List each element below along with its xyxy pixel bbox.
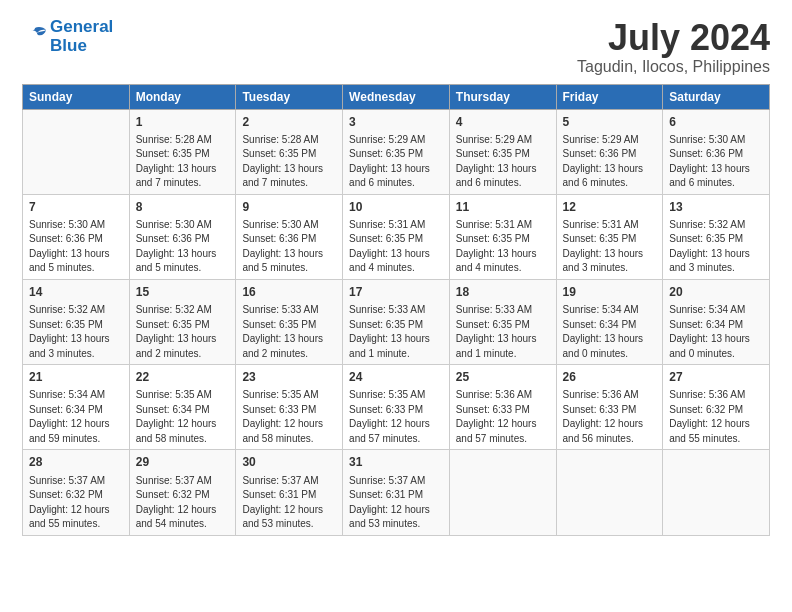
calendar-cell: 25Sunrise: 5:36 AM Sunset: 6:33 PM Dayli… — [449, 365, 556, 450]
calendar-cell — [556, 450, 663, 535]
calendar-cell — [23, 109, 130, 194]
calendar-cell: 1Sunrise: 5:28 AM Sunset: 6:35 PM Daylig… — [129, 109, 236, 194]
day-number: 27 — [669, 369, 763, 385]
day-number: 29 — [136, 454, 230, 470]
day-number: 22 — [136, 369, 230, 385]
week-row-5: 28Sunrise: 5:37 AM Sunset: 6:32 PM Dayli… — [23, 450, 770, 535]
calendar-cell: 28Sunrise: 5:37 AM Sunset: 6:32 PM Dayli… — [23, 450, 130, 535]
calendar-cell: 18Sunrise: 5:33 AM Sunset: 6:35 PM Dayli… — [449, 279, 556, 364]
day-number: 2 — [242, 114, 336, 130]
column-header-sunday: Sunday — [23, 84, 130, 109]
calendar-cell: 2Sunrise: 5:28 AM Sunset: 6:35 PM Daylig… — [236, 109, 343, 194]
day-number: 16 — [242, 284, 336, 300]
day-info: Sunrise: 5:34 AM Sunset: 6:34 PM Dayligh… — [669, 304, 750, 359]
week-row-2: 7Sunrise: 5:30 AM Sunset: 6:36 PM Daylig… — [23, 194, 770, 279]
day-info: Sunrise: 5:29 AM Sunset: 6:36 PM Dayligh… — [563, 134, 644, 189]
day-info: Sunrise: 5:33 AM Sunset: 6:35 PM Dayligh… — [349, 304, 430, 359]
column-header-thursday: Thursday — [449, 84, 556, 109]
calendar-cell: 5Sunrise: 5:29 AM Sunset: 6:36 PM Daylig… — [556, 109, 663, 194]
column-header-monday: Monday — [129, 84, 236, 109]
day-number: 13 — [669, 199, 763, 215]
day-number: 17 — [349, 284, 443, 300]
calendar-cell: 17Sunrise: 5:33 AM Sunset: 6:35 PM Dayli… — [343, 279, 450, 364]
day-info: Sunrise: 5:30 AM Sunset: 6:36 PM Dayligh… — [136, 219, 217, 274]
calendar-cell: 3Sunrise: 5:29 AM Sunset: 6:35 PM Daylig… — [343, 109, 450, 194]
calendar-cell: 22Sunrise: 5:35 AM Sunset: 6:34 PM Dayli… — [129, 365, 236, 450]
logo-line1: General — [50, 18, 113, 37]
day-number: 15 — [136, 284, 230, 300]
day-info: Sunrise: 5:33 AM Sunset: 6:35 PM Dayligh… — [456, 304, 537, 359]
day-number: 24 — [349, 369, 443, 385]
logo: General Blue — [22, 18, 113, 55]
day-number: 25 — [456, 369, 550, 385]
week-row-3: 14Sunrise: 5:32 AM Sunset: 6:35 PM Dayli… — [23, 279, 770, 364]
logo-bird-icon — [24, 25, 46, 45]
day-info: Sunrise: 5:35 AM Sunset: 6:34 PM Dayligh… — [136, 389, 217, 444]
day-number: 11 — [456, 199, 550, 215]
calendar-cell: 15Sunrise: 5:32 AM Sunset: 6:35 PM Dayli… — [129, 279, 236, 364]
header-row: General Blue July 2024 Tagudin, Ilocos, … — [22, 18, 770, 76]
calendar-cell: 11Sunrise: 5:31 AM Sunset: 6:35 PM Dayli… — [449, 194, 556, 279]
day-number: 23 — [242, 369, 336, 385]
column-header-saturday: Saturday — [663, 84, 770, 109]
day-info: Sunrise: 5:34 AM Sunset: 6:34 PM Dayligh… — [29, 389, 110, 444]
day-number: 21 — [29, 369, 123, 385]
day-number: 8 — [136, 199, 230, 215]
day-info: Sunrise: 5:28 AM Sunset: 6:35 PM Dayligh… — [136, 134, 217, 189]
day-number: 1 — [136, 114, 230, 130]
day-number: 19 — [563, 284, 657, 300]
day-info: Sunrise: 5:32 AM Sunset: 6:35 PM Dayligh… — [29, 304, 110, 359]
calendar-cell: 9Sunrise: 5:30 AM Sunset: 6:36 PM Daylig… — [236, 194, 343, 279]
day-info: Sunrise: 5:31 AM Sunset: 6:35 PM Dayligh… — [456, 219, 537, 274]
calendar-cell: 30Sunrise: 5:37 AM Sunset: 6:31 PM Dayli… — [236, 450, 343, 535]
day-number: 7 — [29, 199, 123, 215]
day-info: Sunrise: 5:37 AM Sunset: 6:31 PM Dayligh… — [349, 475, 430, 530]
calendar-cell: 29Sunrise: 5:37 AM Sunset: 6:32 PM Dayli… — [129, 450, 236, 535]
day-info: Sunrise: 5:34 AM Sunset: 6:34 PM Dayligh… — [563, 304, 644, 359]
day-info: Sunrise: 5:32 AM Sunset: 6:35 PM Dayligh… — [669, 219, 750, 274]
day-info: Sunrise: 5:29 AM Sunset: 6:35 PM Dayligh… — [456, 134, 537, 189]
page: General Blue July 2024 Tagudin, Ilocos, … — [0, 0, 792, 546]
calendar-cell: 14Sunrise: 5:32 AM Sunset: 6:35 PM Dayli… — [23, 279, 130, 364]
column-header-tuesday: Tuesday — [236, 84, 343, 109]
day-number: 9 — [242, 199, 336, 215]
main-title: July 2024 — [577, 18, 770, 58]
day-info: Sunrise: 5:35 AM Sunset: 6:33 PM Dayligh… — [242, 389, 323, 444]
calendar-cell: 21Sunrise: 5:34 AM Sunset: 6:34 PM Dayli… — [23, 365, 130, 450]
day-info: Sunrise: 5:30 AM Sunset: 6:36 PM Dayligh… — [242, 219, 323, 274]
calendar-cell: 23Sunrise: 5:35 AM Sunset: 6:33 PM Dayli… — [236, 365, 343, 450]
calendar-cell: 20Sunrise: 5:34 AM Sunset: 6:34 PM Dayli… — [663, 279, 770, 364]
calendar-cell — [449, 450, 556, 535]
calendar-cell: 6Sunrise: 5:30 AM Sunset: 6:36 PM Daylig… — [663, 109, 770, 194]
day-number: 6 — [669, 114, 763, 130]
calendar-cell: 24Sunrise: 5:35 AM Sunset: 6:33 PM Dayli… — [343, 365, 450, 450]
day-number: 28 — [29, 454, 123, 470]
day-number: 3 — [349, 114, 443, 130]
day-info: Sunrise: 5:30 AM Sunset: 6:36 PM Dayligh… — [669, 134, 750, 189]
logo-line2: Blue — [50, 37, 113, 56]
week-row-1: 1Sunrise: 5:28 AM Sunset: 6:35 PM Daylig… — [23, 109, 770, 194]
calendar-cell: 4Sunrise: 5:29 AM Sunset: 6:35 PM Daylig… — [449, 109, 556, 194]
day-info: Sunrise: 5:37 AM Sunset: 6:32 PM Dayligh… — [29, 475, 110, 530]
day-number: 30 — [242, 454, 336, 470]
day-info: Sunrise: 5:33 AM Sunset: 6:35 PM Dayligh… — [242, 304, 323, 359]
calendar-cell: 7Sunrise: 5:30 AM Sunset: 6:36 PM Daylig… — [23, 194, 130, 279]
calendar-cell: 16Sunrise: 5:33 AM Sunset: 6:35 PM Dayli… — [236, 279, 343, 364]
day-info: Sunrise: 5:28 AM Sunset: 6:35 PM Dayligh… — [242, 134, 323, 189]
calendar-cell: 19Sunrise: 5:34 AM Sunset: 6:34 PM Dayli… — [556, 279, 663, 364]
subtitle: Tagudin, Ilocos, Philippines — [577, 58, 770, 76]
day-info: Sunrise: 5:36 AM Sunset: 6:32 PM Dayligh… — [669, 389, 750, 444]
column-header-friday: Friday — [556, 84, 663, 109]
day-number: 4 — [456, 114, 550, 130]
day-info: Sunrise: 5:32 AM Sunset: 6:35 PM Dayligh… — [136, 304, 217, 359]
day-number: 12 — [563, 199, 657, 215]
day-info: Sunrise: 5:37 AM Sunset: 6:31 PM Dayligh… — [242, 475, 323, 530]
calendar-cell — [663, 450, 770, 535]
day-info: Sunrise: 5:30 AM Sunset: 6:36 PM Dayligh… — [29, 219, 110, 274]
day-number: 31 — [349, 454, 443, 470]
day-info: Sunrise: 5:35 AM Sunset: 6:33 PM Dayligh… — [349, 389, 430, 444]
day-number: 20 — [669, 284, 763, 300]
day-number: 26 — [563, 369, 657, 385]
day-info: Sunrise: 5:36 AM Sunset: 6:33 PM Dayligh… — [563, 389, 644, 444]
calendar-cell: 8Sunrise: 5:30 AM Sunset: 6:36 PM Daylig… — [129, 194, 236, 279]
